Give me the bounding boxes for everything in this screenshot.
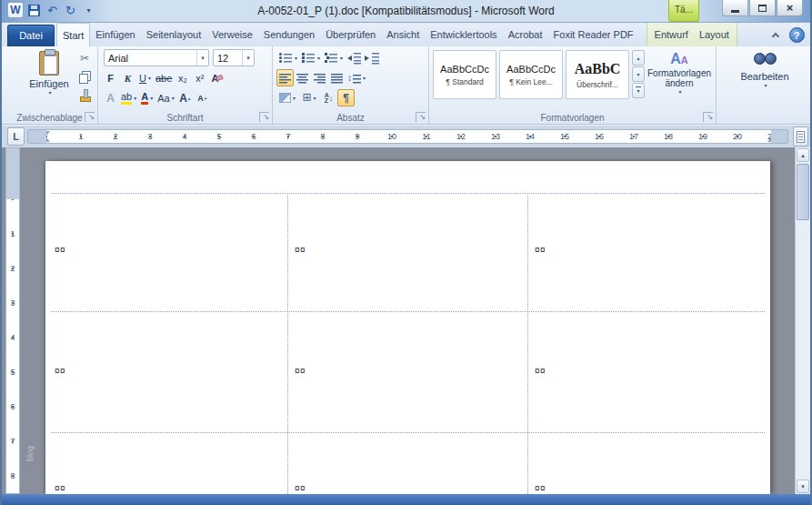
style-item[interactable]: AaBbCcDc¶ Kein Lee... [499, 50, 563, 99]
ruler-icon [797, 131, 805, 143]
undo-button[interactable]: ↶ [45, 3, 60, 18]
strikethrough-button[interactable]: abe [154, 69, 174, 86]
justify-icon [331, 72, 343, 84]
tab-überprüfen[interactable]: Überprüfen [320, 23, 381, 46]
minimize-button[interactable] [722, 0, 748, 16]
font-color-button[interactable]: A▾ [138, 89, 155, 106]
tab-sendungen[interactable]: Sendungen [258, 23, 320, 46]
ribbon: Einfügen ▾ ✂ Zwischenablage ↘ Arial ▾ [2, 46, 810, 125]
word-logo-icon[interactable]: W [7, 2, 24, 18]
editing-button[interactable]: Bearbeiten ▾ [735, 48, 795, 88]
styles-scroll-up-button[interactable]: ▴ [632, 50, 645, 66]
tab-layout[interactable]: Layout [694, 23, 735, 46]
chevron-down-icon: ▾ [242, 50, 254, 66]
numbering-button[interactable]: ▾ [299, 49, 322, 66]
ruler-number: 3 [6, 298, 19, 308]
scrollbar-thumb[interactable] [797, 164, 809, 220]
collapse-ribbon-button[interactable] [767, 25, 785, 44]
ruler-toggle-button[interactable] [793, 126, 808, 146]
underline-button[interactable]: U▾ [136, 69, 154, 86]
chevron-down-icon: ▾ [317, 55, 320, 61]
tab-seitenlayout[interactable]: Seitenlayout [141, 23, 207, 46]
copy-button[interactable] [75, 68, 94, 85]
clear-formatting-button[interactable]: A [208, 69, 226, 86]
help-button[interactable]: ? [787, 25, 807, 45]
cell-end-marker: ¤¤ [55, 366, 65, 376]
text-effects-button[interactable]: A [102, 89, 119, 106]
status-bar[interactable] [2, 494, 810, 505]
font-color-icon: A [141, 92, 148, 105]
close-button[interactable]: × [777, 0, 803, 16]
hanging-indent-marker[interactable] [46, 137, 50, 142]
subscript-button[interactable]: x₂ [174, 69, 191, 86]
scroll-up-button[interactable]: ▴ [797, 148, 809, 162]
tab-acrobat[interactable]: Acrobat [503, 23, 548, 46]
decrease-indent-button[interactable] [345, 49, 363, 66]
cell-end-marker: ¤¤ [295, 483, 306, 493]
line-spacing-button[interactable]: ↕▾ [346, 69, 367, 86]
tab-entwurf[interactable]: Entwurf [649, 23, 694, 46]
highlight-button[interactable]: ab▾ [119, 89, 138, 106]
maximize-button[interactable] [749, 0, 776, 16]
ruler-number: 1 [78, 130, 83, 143]
vertical-ruler[interactable]: 12345678 [5, 147, 20, 494]
page[interactable]: ¤¤¤¤¤¤¤¤¤¤¤¤¤¤¤¤¤¤ [45, 161, 770, 494]
multilevel-list-button[interactable]: ▾ [322, 49, 345, 66]
styles-more-button[interactable]: ▾ [632, 83, 645, 98]
tab-verweise[interactable]: Verweise [206, 23, 258, 46]
editing-group: Bearbeiten ▾ [731, 46, 798, 124]
contextual-tools-header[interactable]: Tä... [668, 0, 699, 22]
scroll-down-button[interactable]: ▾ [797, 480, 809, 493]
tab-einfügen[interactable]: Einfügen [90, 23, 140, 46]
sort-button[interactable]: AZ↓ [320, 89, 337, 106]
file-tab[interactable]: Datei [7, 25, 55, 46]
tab-start[interactable]: Start [56, 23, 90, 46]
tab-foxit-reader-pdf[interactable]: Foxit Reader PDF [548, 23, 639, 46]
increase-indent-button[interactable] [363, 49, 381, 66]
ribbon-tab-bar: Datei StartEinfügenSeitenlayoutVerweiseS… [2, 23, 810, 46]
save-button[interactable] [26, 3, 42, 18]
style-item[interactable]: AaBbCÜberschrif... [566, 50, 629, 99]
dialog-launcher-icon[interactable]: ↘ [85, 112, 95, 122]
styles-scroll-down-button[interactable]: ▾ [632, 66, 645, 82]
shrink-font-button[interactable]: A▾ [194, 89, 211, 106]
tab-ansicht[interactable]: Ansicht [381, 23, 425, 46]
vertical-scrollbar[interactable]: ▴ ▾ [795, 147, 810, 494]
change-case-button[interactable]: Aa▾ [155, 89, 175, 106]
style-item[interactable]: AaBbCcDc¶ Standard [433, 50, 496, 99]
dialog-launcher-icon[interactable]: ↘ [703, 112, 713, 122]
bold-button[interactable]: F [102, 69, 119, 86]
italic-button[interactable]: K [119, 69, 136, 86]
paragraph-group: ▾ ▾ ▾ ↕▾ ▾ ⊞▾ AZ↓ ¶ Absatz ↘ [273, 46, 429, 124]
tab-entwicklertools[interactable]: Entwicklertools [425, 23, 502, 46]
align-left-button[interactable] [276, 69, 294, 86]
font-name-combo[interactable]: Arial ▾ [104, 49, 209, 66]
cut-button[interactable]: ✂ [75, 50, 94, 66]
qat-menu-button[interactable]: ▾ [81, 3, 96, 18]
dialog-launcher-icon[interactable]: ↘ [416, 112, 426, 122]
change-styles-button[interactable]: AA Formatvorlagen ändern ▾ [649, 50, 709, 95]
close-icon: × [787, 1, 794, 15]
font-size-combo[interactable]: 12 ▾ [213, 49, 255, 66]
superscript-button[interactable]: x² [191, 69, 208, 86]
ruler-number: 7 [6, 437, 19, 446]
ruler-number: 6 [6, 402, 19, 411]
show-marks-button[interactable]: ¶ [337, 89, 355, 106]
ruler-number: 9 [355, 130, 359, 143]
align-right-button[interactable] [311, 69, 328, 86]
bullets-button[interactable]: ▾ [276, 49, 299, 66]
justify-button[interactable] [328, 69, 346, 86]
redo-button[interactable]: ↻ [63, 3, 78, 18]
ruler-number: 8 [6, 471, 19, 480]
grow-font-button[interactable]: A▴ [176, 89, 194, 106]
ruler-number: 14 [526, 130, 535, 143]
paste-button[interactable]: Einfügen ▾ [27, 48, 71, 108]
borders-button[interactable]: ⊞▾ [298, 89, 320, 106]
format-painter-button[interactable] [75, 86, 94, 103]
horizontal-ruler[interactable]: 123456789101112131415161718192021 [27, 129, 788, 144]
first-line-indent-marker[interactable] [46, 131, 50, 136]
align-center-button[interactable] [294, 69, 311, 86]
shading-button[interactable]: ▾ [276, 89, 298, 106]
tab-selector-button[interactable]: L [7, 127, 25, 146]
dialog-launcher-icon[interactable]: ↘ [259, 112, 269, 122]
